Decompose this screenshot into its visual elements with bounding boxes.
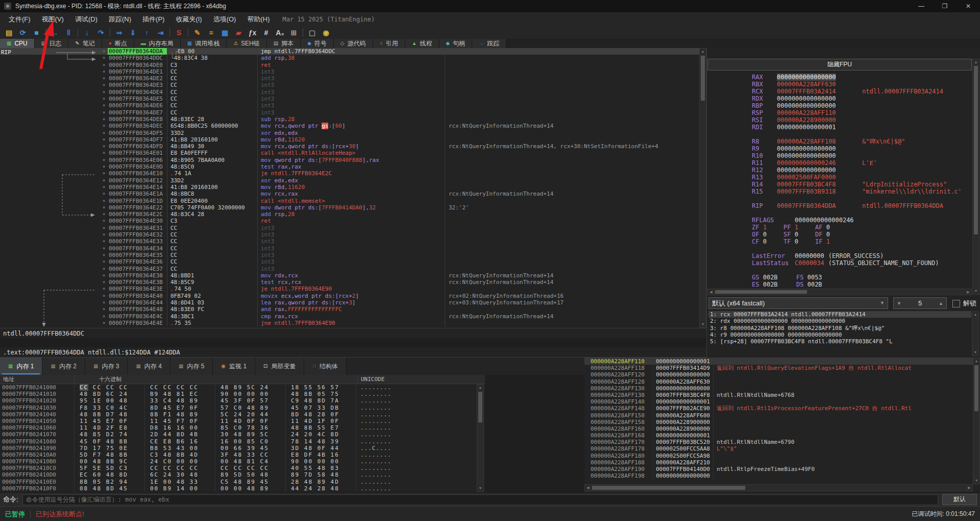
tab-跟踪[interactable]: →跟踪 <box>472 39 506 48</box>
breakpoint-dot[interactable]: ● <box>100 306 108 313</box>
patch-icon[interactable]: ✎ <box>190 27 204 38</box>
disasm-row[interactable]: ●00007FFFB0364E4448:8D41 03lea rax,qword… <box>0 299 699 306</box>
comments-icon[interactable]: ≡ <box>204 27 218 38</box>
breakpoint-dot[interactable]: ● <box>100 204 108 211</box>
scylla-icon[interactable]: S <box>172 27 186 38</box>
disasm-row[interactable]: ●00007FFFB0364DE7CCint3 <box>0 109 699 116</box>
register-row[interactable]: OF 0SF 0DF 0 <box>707 231 972 238</box>
fx-icon[interactable]: ƒx <box>246 27 259 38</box>
dump-row[interactable]: 00007FFFB02410907D 17 75 0EB8 53 43 0000… <box>0 445 485 452</box>
scroll-up-icon[interactable]: ▲ <box>972 312 978 318</box>
disasm-row[interactable]: ●00007FFFB0364DF533D2xor edx,edx <box>0 130 699 136</box>
help-globe-icon[interactable]: ◉ <box>319 27 333 38</box>
tab-脚本[interactable]: ▤脚本 <box>267 39 301 48</box>
register-row[interactable]: R1500007FFFB03B9318"minkernel\\ldr\\ldri… <box>707 188 972 195</box>
menu-item-视图V[interactable]: 视图(V) <box>36 13 69 25</box>
breakpoint-dot[interactable]: ● <box>100 266 108 272</box>
breakpoint-dot[interactable]: ● <box>100 191 108 197</box>
breakpoint-dot[interactable]: ● <box>100 123 108 129</box>
dump-tab-内存 4[interactable]: ▦内存 4 <box>128 358 170 375</box>
stack-row[interactable]: 000000A228AFF1980000000000000000 <box>584 472 980 479</box>
step-into-icon[interactable]: ↓ <box>80 27 94 38</box>
dump-tab-局部变量[interactable]: ⊡局部变量 <box>255 358 304 375</box>
arguments-scrollbar[interactable]: ▲ ▼ <box>972 311 979 356</box>
stack-vscrollbar[interactable]: ▲ ▼ <box>973 358 980 484</box>
settings-box-icon[interactable]: ▢ <box>305 27 319 38</box>
menu-item-收藏夹I[interactable]: 收藏夹(I) <box>170 13 207 25</box>
argument-row[interactable]: 3: r8 000000A228AFF108 000000A228AFF108 … <box>708 325 971 331</box>
disasm-row[interactable]: ●00007FFFB0364E2C48:83C4 28add rsp,28 <box>0 211 699 218</box>
scroll-left-icon[interactable]: ◀ <box>708 289 714 295</box>
tab-源代码[interactable]: ◇源代码 <box>334 39 373 48</box>
calling-convention-select[interactable]: 默认 (x64 fastcall) ▼ <box>708 297 888 309</box>
dump-row[interactable]: 00007FFFB024102095 1E 00 4833 C4 48 8945… <box>0 397 485 404</box>
scroll-right-icon[interactable]: ▶ <box>965 289 971 295</box>
breakpoint-dot[interactable]: ● <box>100 272 108 279</box>
dump-row[interactable]: 00007FFFB024101048 8D 6C 24B9 48 81 EC90… <box>0 391 485 397</box>
disasm-row[interactable]: ●00007FFFB0364E37CCint3 <box>0 266 699 272</box>
register-row[interactable]: RSP000000A228AFF110 <box>707 109 972 116</box>
disasm-row[interactable]: ●00007FFFB0364E36CCint3 <box>0 258 699 265</box>
register-row[interactable]: LastError00000000(ERROR_SUCCESS) <box>707 252 972 259</box>
disasm-row[interactable]: ●00007FFFB0364E1DE8 0EE20400call <ntdll.… <box>0 198 699 204</box>
minimize-button[interactable]: — <box>910 0 933 12</box>
register-row[interactable]: RCX00007FFFB03A2414ntdll.00007FFFB03A241… <box>707 88 972 95</box>
register-row[interactable]: RSI000000A228900000 <box>707 116 972 124</box>
tab-内存布局[interactable]: ▬内存布局 <box>134 39 181 48</box>
dump-tab-结构体[interactable]: ∷结构体 <box>304 358 346 375</box>
argument-count-stepper[interactable]: ▼ 5 ▲ <box>893 297 947 309</box>
open-file-icon[interactable]: ▤ <box>2 27 16 38</box>
argument-row[interactable]: 5: [rsp+28] 00007FFFB03BC4F8 ntdll.00007… <box>708 338 971 345</box>
disasm-row[interactable]: ●00007FFFB0364DDA⌄┌EB 00jmp ntdll.7FFFB0… <box>0 48 699 55</box>
disasm-row[interactable]: ●00007FFFB0364E4C48:3BC1cmp rax,rcxrcx:N… <box>0 313 699 320</box>
disasm-row[interactable]: ●00007FFFB0364DEC6548:8B0C25 60000000mov… <box>0 123 699 129</box>
disasm-row[interactable]: ●00007FFFB0364DE6CCint3 <box>0 102 699 109</box>
dump-row[interactable]: 00007FFFB024105011 45 E7 0F11 45 F7 0F11… <box>0 418 485 424</box>
register-row[interactable]: RIP00007FFFB0364DDAntdll.00007FFFB0364DD… <box>707 202 972 209</box>
argument-row[interactable]: 4: r9 0000000000000000 0000000000000000 <box>708 331 971 338</box>
call-stack-icon[interactable]: ▦ <box>218 27 232 38</box>
breakpoint-dot[interactable]: ● <box>100 62 108 68</box>
disasm-row[interactable]: ●00007FFFB0364E1A48:8BC8mov rcx,raxrcx:N… <box>0 191 699 197</box>
disasm-row[interactable]: ●00007FFFB0364E30C3ret <box>0 218 699 224</box>
stack-hscrollbar[interactable]: ◀ ▶ <box>584 484 973 491</box>
breakpoint-dot[interactable]: ● <box>100 218 108 224</box>
calculator-icon[interactable]: ⊞ <box>287 27 301 38</box>
breakpoint-dot[interactable]: ● <box>100 89 108 96</box>
registers-vscrollbar[interactable]: ▲ ▼ <box>972 59 979 295</box>
dump-row[interactable]: 00007FFFB024104048 8B D7 488B F1 48 895C… <box>0 411 485 418</box>
menu-item-帮助H[interactable]: 帮助(H) <box>241 13 275 25</box>
breakpoint-dot[interactable]: ● <box>100 170 108 177</box>
dump-tab-内存 1[interactable]: ▦内存 1 <box>0 358 42 375</box>
stack-row[interactable]: 000000A228AFF11800007FFFB03414D9返回到 ntdl… <box>584 365 980 371</box>
menu-item-调试D[interactable]: 调试(D) <box>69 13 103 25</box>
scroll-down-icon[interactable]: ▼ <box>973 478 979 484</box>
breakpoint-dot[interactable]: ● <box>100 313 108 320</box>
breakpoint-dot[interactable]: ● <box>100 48 108 55</box>
disasm-row[interactable]: ●00007FFFB0364DE1CCint3 <box>0 68 699 75</box>
register-row[interactable]: R13000002500FAF0000 <box>707 174 972 181</box>
register-row[interactable]: GS 002BFS 0053 <box>707 274 972 281</box>
tab-日志[interactable]: ▤日志 <box>35 39 68 48</box>
stack-row[interactable]: 000000A228AFF160000000A228900000 <box>584 425 980 432</box>
memory-dump-view[interactable]: 地址 十六进制 UNICODE 00007FFFB0241000CC CC CC… <box>0 375 485 492</box>
breakpoint-dot[interactable]: ● <box>100 238 108 245</box>
register-row[interactable]: RBP0000000000000000 <box>707 102 972 109</box>
disasm-row[interactable]: ●00007FFFB0364DF741:B8 20160100mov r8d,1… <box>0 136 699 143</box>
register-row[interactable]: RBX000000A228AFF630 <box>707 81 972 88</box>
register-row[interactable]: R110000000000000246L'Ɇ' <box>707 159 972 167</box>
run-until-icon[interactable]: ↑ <box>140 27 154 38</box>
disasm-row[interactable]: ●00007FFFB0364E0648:8905 7BAA0A00mov qwo… <box>0 157 699 163</box>
menu-item-选项O[interactable]: 选项(O) <box>208 13 242 25</box>
breakpoint-dot[interactable]: ● <box>100 143 108 150</box>
disasm-row[interactable]: ●00007FFFB0364DDC└48:83C4 38add rsp,38 <box>0 55 699 61</box>
dump-tab-监视 1[interactable]: ◉监视 1 <box>213 358 255 375</box>
scrollbar-thumb[interactable] <box>974 66 978 234</box>
menu-item-跟踪N[interactable]: 跟踪(N) <box>103 13 137 25</box>
scroll-up-icon[interactable]: ▲ <box>700 49 706 55</box>
tab-调用堆栈[interactable]: ▦调用堆栈 <box>181 39 227 48</box>
breakpoint-dot[interactable]: ● <box>100 157 108 163</box>
disasm-row[interactable]: ●00007FFFB0364DFD48:8B49 30mov rcx,qword… <box>0 143 699 150</box>
scrollbar-thumb[interactable] <box>478 392 482 422</box>
hash-icon[interactable]: # <box>259 27 273 38</box>
